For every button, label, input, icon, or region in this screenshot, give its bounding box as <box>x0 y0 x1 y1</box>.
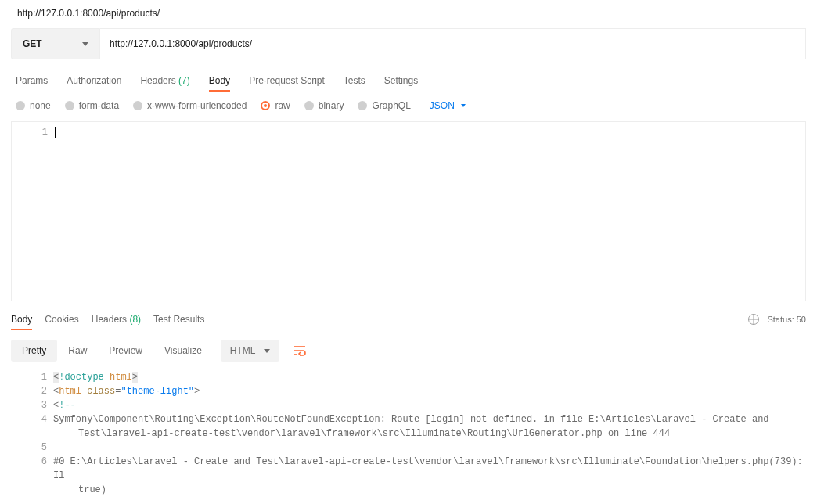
body-type-urlencoded[interactable]: x-www-form-urlencoded <box>133 100 247 111</box>
response-tabs: Body Cookies Headers (8) Test Results <box>11 309 204 329</box>
radio-icon-checked <box>261 101 270 110</box>
body-type-graphql-label: GraphQL <box>372 100 410 111</box>
editor-content[interactable] <box>54 122 805 301</box>
line-number: 1 <box>12 125 48 139</box>
resp-tab-headers[interactable]: Headers (8) <box>92 309 141 329</box>
body-format-label: JSON <box>430 100 455 111</box>
radio-icon <box>65 101 74 110</box>
wrap-lines-button[interactable] <box>287 339 312 362</box>
body-type-none[interactable]: none <box>16 100 51 111</box>
tab-settings[interactable]: Settings <box>384 70 418 91</box>
resp-tab-headers-count: (8) <box>129 314 141 325</box>
body-type-graphql[interactable]: GraphQL <box>358 100 410 111</box>
tab-body[interactable]: Body <box>209 70 230 91</box>
response-format-select[interactable]: HTML <box>221 340 279 362</box>
code-line: <!doctype html> <box>53 370 806 384</box>
view-pretty-button[interactable]: Pretty <box>11 340 57 362</box>
line-number <box>11 469 47 483</box>
line-number <box>11 427 47 441</box>
url-value: http://127.0.0.1:8000/api/products/ <box>110 38 252 49</box>
text-caret <box>55 127 56 138</box>
response-view-controls: Pretty Raw Preview Visualize HTML <box>0 329 817 370</box>
radio-icon <box>358 101 367 110</box>
http-method-select[interactable]: GET <box>11 28 100 59</box>
tab-params[interactable]: Params <box>16 70 48 91</box>
radio-icon <box>16 101 25 110</box>
chevron-down-icon <box>82 42 88 46</box>
body-type-none-label: none <box>30 100 51 111</box>
line-number: 5 <box>11 441 47 455</box>
request-body-editor[interactable]: 1 <box>11 121 806 301</box>
resp-tab-headers-label: Headers <box>92 314 127 325</box>
body-type-binary-label: binary <box>319 100 344 111</box>
wrap-icon <box>293 345 306 356</box>
radio-icon <box>304 101 314 110</box>
code-line: Symfony\Component\Routing\Exception\Rout… <box>53 412 806 441</box>
body-type-form-label: form-data <box>79 100 119 111</box>
response-content: <!doctype html> <html class="theme-light… <box>53 370 806 497</box>
view-preview-button[interactable]: Preview <box>98 340 153 362</box>
body-format-select[interactable]: JSON <box>425 100 466 111</box>
code-line: #0 E:\Articles\Laravel - Create and Test… <box>53 455 806 497</box>
request-tabs: Params Authorization Headers (7) Body Pr… <box>0 64 817 91</box>
code-line: <html class="theme-light"> <box>53 384 806 398</box>
body-type-binary[interactable]: binary <box>304 100 344 111</box>
response-status-right: Status: 50 <box>748 314 806 325</box>
request-row: GET http://127.0.0.1:8000/api/products/ <box>11 28 806 59</box>
tab-prerequest[interactable]: Pre-request Script <box>249 70 325 91</box>
request-tab-title: http://127.0.0.1:8000/api/products/ <box>0 0 817 28</box>
body-type-form-data[interactable]: form-data <box>65 100 119 111</box>
radio-icon <box>133 101 142 110</box>
tab-headers-count: (7) <box>178 75 190 86</box>
view-visualize-button[interactable]: Visualize <box>153 340 213 362</box>
tab-headers-label: Headers <box>140 75 175 86</box>
response-body-viewer[interactable]: 1 2 3 4 5 6 <!doctype html> <html class=… <box>11 370 806 497</box>
editor-gutter: 1 <box>12 122 54 301</box>
line-number: 3 <box>11 398 47 412</box>
tab-tests[interactable]: Tests <box>344 70 365 91</box>
resp-tab-cookies[interactable]: Cookies <box>45 309 78 329</box>
response-format-label: HTML <box>230 345 256 356</box>
chevron-down-icon <box>461 104 466 107</box>
resp-tab-tests[interactable]: Test Results <box>153 309 204 329</box>
url-input[interactable]: http://127.0.0.1:8000/api/products/ <box>100 28 806 59</box>
body-type-raw[interactable]: raw <box>261 100 290 111</box>
line-number: 2 <box>11 384 47 398</box>
resp-tab-body[interactable]: Body <box>11 309 32 329</box>
response-status-label: Status: 50 <box>767 315 806 324</box>
body-type-raw-label: raw <box>275 100 290 111</box>
globe-icon[interactable] <box>748 314 759 325</box>
code-line <box>53 441 806 455</box>
chevron-down-icon <box>264 349 270 353</box>
view-raw-button[interactable]: Raw <box>57 340 98 362</box>
tab-headers[interactable]: Headers (7) <box>140 70 189 91</box>
body-type-row: none form-data x-www-form-urlencoded raw… <box>0 91 817 121</box>
line-number: 4 <box>11 412 47 427</box>
view-mode-group: Pretty Raw Preview Visualize <box>11 340 213 362</box>
http-method-label: GET <box>23 38 42 49</box>
tab-authorization[interactable]: Authorization <box>67 70 121 91</box>
body-type-url-label: x-www-form-urlencoded <box>147 100 247 111</box>
line-number: 6 <box>11 455 47 469</box>
code-line: <!-- <box>53 398 806 412</box>
line-number: 1 <box>11 370 47 384</box>
response-tabs-row: Body Cookies Headers (8) Test Results St… <box>0 301 817 329</box>
response-gutter: 1 2 3 4 5 6 <box>11 370 53 497</box>
